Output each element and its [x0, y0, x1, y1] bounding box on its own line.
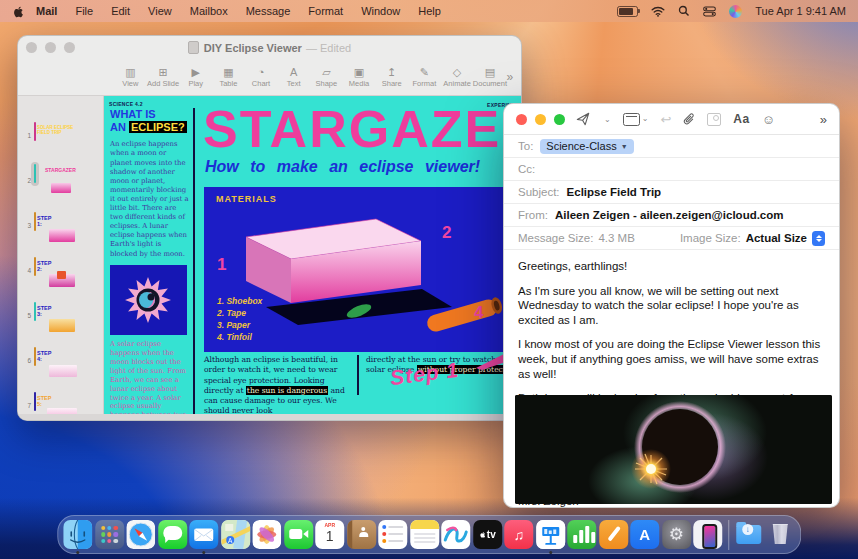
calendar-day: 1 — [315, 528, 344, 544]
image-size-label: Image Size: — [680, 232, 741, 244]
slide-thumbnail-3[interactable]: 3 STEP 1: — [18, 189, 103, 234]
menu-bar: Mail File Edit View Mailbox Message Form… — [0, 0, 858, 22]
recipient-token[interactable]: Science-Class▼ — [540, 139, 633, 154]
toolbar-overflow-button[interactable]: » — [506, 70, 513, 84]
size-row: Message Size: 4.3 MB Image Size: Actual … — [504, 227, 839, 250]
toolbar-chart-button[interactable]: ◔Chart — [245, 67, 278, 88]
dock-icon-trash[interactable] — [766, 520, 795, 549]
toolbar-play-button[interactable]: ▶Play — [179, 67, 212, 88]
dock-icon-finder[interactable] — [63, 520, 92, 549]
wifi-icon[interactable] — [651, 6, 665, 17]
eclipse-photo-attachment[interactable] — [515, 395, 832, 504]
menu-item-file[interactable]: File — [75, 5, 93, 17]
dock-icon-notes[interactable] — [410, 520, 439, 549]
slide-solar-paragraph: A solar eclipse happens when the moon bl… — [110, 340, 190, 414]
slide-canvas[interactable]: SCIENCE 4.2 EXPERIMENT #11 WHAT IS AN EC… — [104, 96, 521, 414]
dock-icon-safari[interactable] — [126, 520, 155, 549]
dock-icon-keynote[interactable] — [536, 520, 565, 549]
siri-icon[interactable] — [729, 5, 742, 18]
running-indicator — [202, 551, 205, 554]
menu-item-format[interactable]: Format — [308, 5, 343, 17]
dock-icon-freeform[interactable] — [441, 520, 470, 549]
header-fields-icon[interactable]: ⌄ — [623, 113, 649, 126]
menu-item-view[interactable]: View — [148, 5, 172, 17]
control-center-icon[interactable] — [703, 6, 716, 17]
dock-icon-contacts[interactable] — [347, 520, 376, 549]
table-icon: ▦ — [223, 67, 233, 78]
from-field[interactable]: From: Aileen Zeigen - aileen.zeigen@iclo… — [504, 204, 839, 227]
search-icon[interactable] — [678, 5, 690, 17]
toolbar-share-button[interactable]: ↥Share — [375, 67, 408, 88]
animate-icon: ◇ — [453, 67, 461, 78]
menu-item-message[interactable]: Message — [246, 5, 291, 17]
send-options-chevron-icon[interactable]: ⌄ — [604, 115, 611, 124]
dock-icon-maps[interactable]: A — [221, 520, 250, 549]
send-icon[interactable] — [576, 112, 590, 126]
slide-thumbnail-1[interactable]: 1 SOLAR ECLIPSE FIELD TRIP — [18, 99, 103, 144]
more-toolbar-icon[interactable]: » — [820, 112, 827, 127]
subject-field[interactable]: Subject: Eclipse Field Trip — [504, 181, 839, 204]
dock-icon-numbers[interactable] — [567, 520, 596, 549]
dock-icon-reminders[interactable] — [378, 520, 407, 549]
toolbar-table-button[interactable]: ▦Table — [212, 67, 245, 88]
cc-field[interactable]: Cc: — [504, 158, 839, 181]
dock: A APR 1 tv ♫ A ⚙ — [57, 515, 801, 554]
dock-icon-launchpad[interactable] — [95, 520, 124, 549]
menu-clock[interactable]: Tue Apr 1 9:41 AM — [755, 5, 846, 17]
menu-item-window[interactable]: Window — [361, 5, 400, 17]
window-title: DIY Eclipse Viewer— Edited — [18, 41, 521, 54]
menu-item-mailbox[interactable]: Mailbox — [190, 5, 228, 17]
materials-heading: MATERIALS — [216, 194, 277, 204]
dock-icon-system-settings[interactable]: ⚙ — [662, 520, 691, 549]
slide-heading: WHAT IS AN ECLIPSE? — [110, 108, 190, 133]
dock-icon-messages[interactable] — [158, 520, 187, 549]
toolbar-text-button[interactable]: AText — [277, 67, 310, 88]
attach-icon[interactable] — [683, 113, 695, 126]
dock-icon-iphone-mirroring[interactable] — [693, 520, 722, 549]
mail-toolbar: ⌄ ⌄ ↩ Aa ☺ » — [504, 104, 839, 135]
apple-menu-icon[interactable] — [12, 4, 25, 19]
menu-item-help[interactable]: Help — [418, 5, 441, 17]
photo-browser-icon — [707, 113, 721, 126]
toolbar-media-button[interactable]: ▣Media — [343, 67, 376, 88]
toolbar-document-button[interactable]: ▤Document — [473, 67, 506, 88]
slide-navigator: 1 SOLAR ECLIPSE FIELD TRIP 2 STARGAZER 3… — [18, 96, 104, 414]
toolbar-add-slide-button[interactable]: ⊞Add Slide — [147, 67, 180, 88]
toolbar-animate-button[interactable]: ◇Animate — [441, 67, 474, 88]
keynote-title-bar: DIY Eclipse Viewer— Edited — [18, 36, 521, 59]
emoji-icon[interactable]: ☺ — [762, 113, 775, 126]
dock-icon-calendar[interactable]: APR 1 — [315, 520, 344, 549]
dock-icon-app-store[interactable]: A — [630, 520, 659, 549]
dock-icon-photos[interactable] — [252, 520, 281, 549]
format-icon[interactable]: Aa — [733, 112, 749, 126]
text-icon: A — [290, 67, 297, 78]
running-indicator — [76, 551, 79, 554]
dock-icon-tv[interactable]: tv — [473, 520, 502, 549]
to-field[interactable]: To: Science-Class▼ — [504, 135, 839, 158]
download-arrow-icon: ↓ — [742, 524, 753, 535]
tv-label: tv — [487, 529, 496, 540]
dock-icon-downloads[interactable]: ↓ — [734, 520, 763, 549]
slide-thumbnail-2-selected[interactable]: 2 STARGAZER — [18, 144, 103, 189]
dock-icon-pages[interactable] — [599, 520, 628, 549]
body-paragraph: As I'm sure you all know, we will be set… — [518, 284, 825, 328]
token-chevron-icon: ▼ — [621, 143, 628, 150]
menu-item-mail[interactable]: Mail — [36, 5, 57, 17]
dock-icon-facetime[interactable] — [284, 520, 313, 549]
format-icon: ✎ — [420, 67, 429, 78]
dock-icon-mail[interactable] — [189, 520, 218, 549]
toolbar-view-button[interactable]: ▥View — [114, 67, 147, 88]
toolbar-shape-button[interactable]: ▱Shape — [310, 67, 343, 88]
zoom-button[interactable] — [554, 114, 565, 125]
minimize-button[interactable] — [535, 114, 546, 125]
image-size-dropdown[interactable] — [812, 231, 825, 246]
toolbar-format-button[interactable]: ✎Format — [408, 67, 441, 88]
slide-title: STARGAZER — [203, 103, 521, 155]
battery-icon[interactable] — [617, 6, 638, 17]
dock-icon-music[interactable]: ♫ — [504, 520, 533, 549]
menu-item-edit[interactable]: Edit — [111, 5, 130, 17]
play-icon: ▶ — [191, 67, 199, 78]
close-button[interactable] — [516, 114, 527, 125]
body-paragraph: Greetings, earthlings! — [518, 259, 825, 274]
dock-divider — [728, 520, 729, 550]
